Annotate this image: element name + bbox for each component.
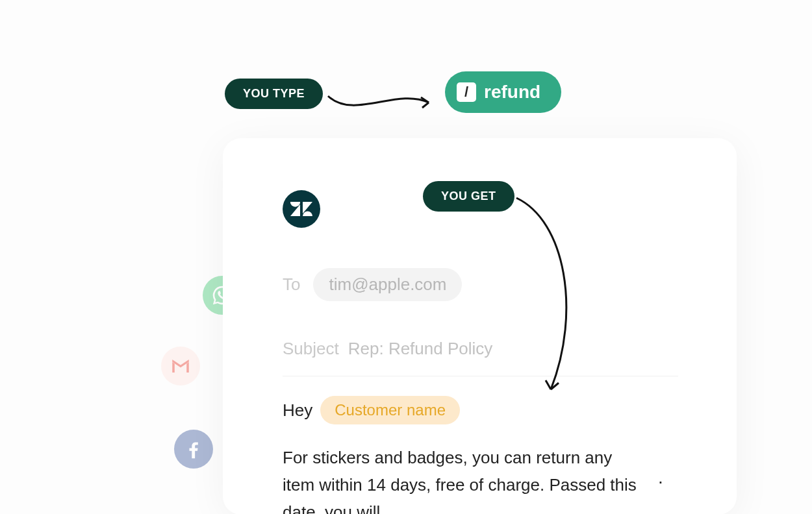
you-get-pill: YOU GET — [423, 181, 514, 212]
subject-value: Rep: Refund Policy — [348, 339, 493, 359]
arrow-get-to-body-icon — [513, 195, 591, 402]
to-row: To tim@apple.com — [283, 268, 678, 301]
subject-row: Subject Rep: Refund Policy — [283, 339, 678, 359]
recipient-chip: tim@apple.com — [313, 268, 462, 301]
slash-command-text: refund — [484, 82, 540, 103]
zendesk-icon — [283, 190, 320, 228]
subject-label: Subject — [283, 339, 339, 359]
slash-command-pill: / refund — [445, 71, 561, 113]
slash-icon: / — [457, 82, 476, 102]
customer-name-chip: Customer name — [320, 396, 460, 424]
greeting-word: Hey — [283, 400, 312, 421]
gmail-icon — [161, 347, 200, 386]
arrow-type-to-command-icon — [325, 84, 442, 123]
you-type-pill: YOU TYPE — [225, 79, 323, 109]
divider — [283, 376, 678, 376]
email-body-text: For stickers and badges, you can return … — [283, 444, 646, 514]
greeting-row: Hey Customer name — [283, 396, 678, 424]
to-label: To — [283, 275, 300, 295]
facebook-icon — [174, 430, 213, 469]
text-cursor-dot: . — [658, 467, 663, 488]
